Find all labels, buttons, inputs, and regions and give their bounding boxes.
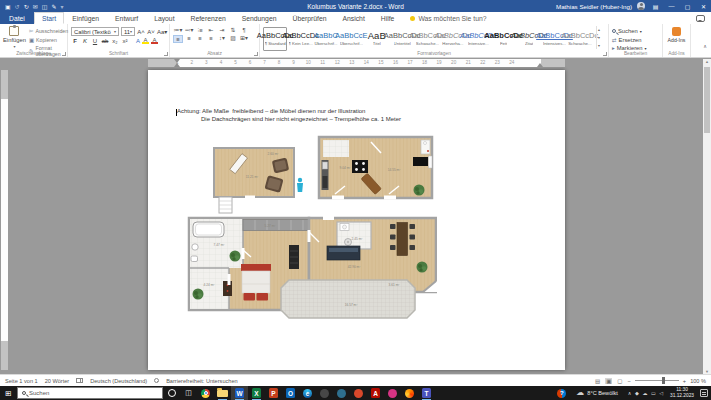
taskbar-clock[interactable]: 11:30 31.12.2023 [667,387,697,398]
outlook-icon[interactable]: O [282,386,299,400]
edge-icon[interactable]: e [299,386,316,400]
ribbon-tab[interactable]: Entwurf [107,12,146,24]
font-color-button[interactable]: A [151,38,158,44]
cut-button[interactable]: ✂Ausschneiden [29,28,68,34]
paragraph-dialog-launcher[interactable] [254,52,258,56]
justify-icon[interactable]: ≡ [206,35,216,43]
weather-widget[interactable]: ☁ 8°C Bewölkt [570,388,624,398]
ribbon-tab[interactable]: Sendungen [234,12,285,24]
italic-button[interactable]: K [81,38,89,44]
start-button[interactable]: ⊞ [0,389,17,398]
horizontal-ruler[interactable]: 123456789101112131415161718192021222324 [148,59,565,67]
vertical-ruler[interactable] [1,70,8,370]
styles-scroll-down-icon[interactable]: ▾ [598,35,600,40]
bullets-icon[interactable]: ≔▾ [173,27,183,33]
undo-icon[interactable]: ↺ [15,3,20,10]
numbering-icon[interactable]: ≕▾ [184,27,194,33]
maximize-icon[interactable]: ▢ [682,3,693,10]
right-indent-marker[interactable] [537,63,543,67]
user-avatar[interactable] [637,2,645,10]
email-icon[interactable]: ✉ [33,3,38,10]
draw-icon[interactable]: ✎ [51,3,56,10]
app-icon-red[interactable] [350,386,367,400]
file-explorer-icon[interactable] [214,386,231,400]
shading-icon[interactable]: ▨ [228,35,238,43]
quick-print-icon[interactable]: ◫ [42,3,48,10]
scroll-up-icon[interactable]: ▲ [703,59,711,64]
powerpoint-icon[interactable]: P [265,386,282,400]
multilevel-list-icon[interactable]: ⁝≡ [195,27,205,33]
align-right-icon[interactable]: ≡ [195,35,205,43]
hanging-indent-marker[interactable] [174,63,180,67]
notification-center-icon[interactable] [700,389,708,397]
floor-plan-image[interactable]: 2.60 m² 11.21 m² 9.04 m² 14.55 m² 5.27 m… [185,134,437,324]
ribbon-tab[interactable]: Layout [146,12,182,24]
tray-shield-icon[interactable]: ◆ [635,390,639,396]
change-case-button[interactable]: Aa▾ [157,28,167,35]
help-icon[interactable]: ? [553,386,570,400]
chrome-icon[interactable] [197,386,214,400]
style-item[interactable]: AaBbCcE Überschrif... [339,27,363,51]
paste-button[interactable]: Einfügen ▾ [3,26,26,49]
acrobat-icon[interactable]: A [367,386,384,400]
clipboard-dialog-launcher[interactable] [62,52,66,56]
shrink-font-button[interactable]: A˅ [147,29,155,35]
save-icon[interactable]: ▣ [5,3,11,10]
page-indicator[interactable]: Seite 1 von 1 [5,378,38,384]
addins-icon[interactable] [672,27,681,36]
web-layout-icon[interactable]: ▢ [616,378,623,384]
zoom-level[interactable]: 100 % [690,378,706,384]
app-icon-dark[interactable] [316,386,333,400]
app-icon-drop[interactable] [333,386,350,400]
font-dialog-launcher[interactable] [164,52,168,56]
show-paragraph-marks-icon[interactable]: ¶ [239,27,249,33]
ribbon-tab[interactable]: Start [34,12,64,24]
cortana-icon[interactable] [163,386,180,400]
ribbon-tab[interactable]: Referenzen [183,12,234,24]
styles-scroll-up-icon[interactable]: ▴ [598,27,600,32]
redo-icon[interactable]: ↻ [24,3,29,10]
highlight-button[interactable]: A [142,38,149,44]
tray-expand-icon[interactable]: ∧ [628,390,632,396]
superscript-button[interactable]: x² [121,38,129,44]
style-item[interactable]: AaBbCcDc Schwache... [568,27,592,51]
tray-network-icon[interactable]: ▭ [651,390,656,396]
document-text-line[interactable]: Die Dachschrägen sind hier nicht eingeze… [201,116,401,122]
text-effects-button[interactable]: A [136,39,140,44]
ribbon-display-options-icon[interactable]: ▤ [650,3,661,10]
align-left-icon[interactable]: ≡ [173,35,183,43]
replace-button[interactable]: ⇄Ersetzen [612,37,647,43]
strikethrough-button[interactable]: ab [101,38,109,44]
ribbon-tab[interactable]: Ansicht [334,12,372,24]
document-text-line[interactable]: Achtung: Alle Maße freibleibend – die Mö… [177,108,365,114]
task-view-icon[interactable]: ◫ [180,386,197,400]
decrease-indent-icon[interactable]: ⇤ [206,27,216,33]
close-icon[interactable]: ✕ [698,3,709,10]
print-layout-icon[interactable]: ▣ [605,378,612,384]
sort-icon[interactable]: ⇅ [228,27,238,33]
proofing-icon[interactable] [76,378,83,383]
scrollbar-thumb[interactable] [704,67,710,133]
ribbon-tab[interactable]: Überprüfen [284,12,334,24]
zoom-in-icon[interactable]: + [683,378,686,384]
comments-icon[interactable] [696,15,705,22]
ribbon-tab[interactable]: Einfügen [64,12,107,24]
tell-me-box[interactable]: Was möchten Sie tun? [410,12,486,24]
language-indicator[interactable]: Deutsch (Deutschland) [90,378,147,384]
font-family-select[interactable]: Calibri (Textkö▾ [71,27,119,36]
qat-customize-icon[interactable]: ▾ [60,3,63,10]
teams-icon[interactable]: T [418,386,435,400]
copy-button[interactable]: ▣Kopieren [29,37,68,43]
find-button[interactable]: Suchen▾ [612,28,647,34]
align-center-icon[interactable]: ≡ [184,35,194,43]
tray-volume-icon[interactable]: ◁ [659,390,663,396]
firefox-icon[interactable] [401,386,418,400]
document-page[interactable]: Achtung: Alle Maße freibleibend – die Mö… [148,70,565,370]
zoom-slider-thumb[interactable] [662,377,665,384]
accessibility-status[interactable]: Barrierefreiheit: Untersuchen [166,378,238,384]
app-icon-pink[interactable] [384,386,401,400]
grow-font-button[interactable]: A˄ [137,29,145,35]
styles-dialog-launcher[interactable] [603,52,607,56]
borders-icon[interactable]: ⊞▾ [239,35,249,43]
taskbar-search-input[interactable]: Suchen [17,387,163,399]
